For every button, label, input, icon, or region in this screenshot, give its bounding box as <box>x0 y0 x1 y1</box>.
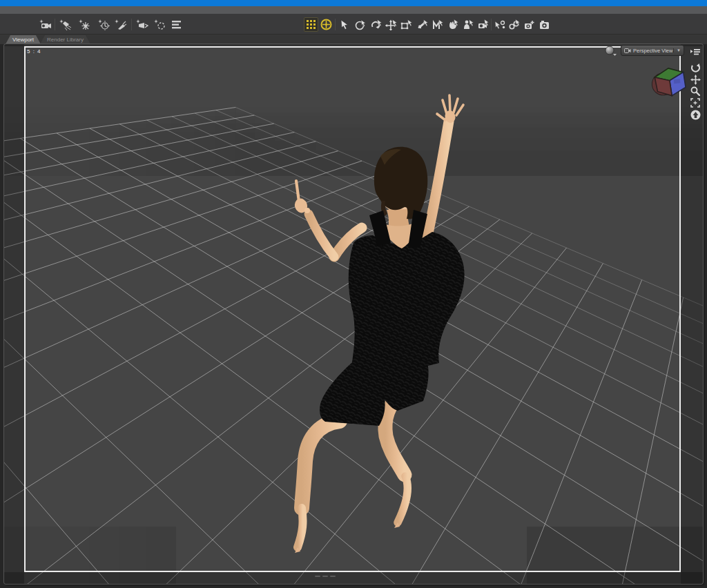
pane-tab-bar: Viewport Render Library <box>0 35 707 44</box>
tab-viewport-label: Viewport <box>12 37 34 43</box>
shaded-sphere-icon <box>606 46 614 55</box>
figure-pose-tool-icon[interactable] <box>461 17 475 32</box>
new-camera-view-icon[interactable] <box>135 17 150 32</box>
twist-rotate-tool-icon[interactable] <box>369 17 383 32</box>
joint-bone-tool-icon[interactable] <box>415 17 429 32</box>
camera-film-icon <box>624 48 631 54</box>
geometry-cursor-tool-icon[interactable] <box>492 17 507 32</box>
powerpose-grid-icon[interactable] <box>304 17 318 32</box>
drawstyle-button[interactable] <box>604 46 618 57</box>
tab-render-library-label: Render Library <box>47 37 84 43</box>
new-view-camera-plus-icon[interactable] <box>522 17 536 32</box>
translate-tool-icon[interactable] <box>384 17 398 32</box>
menu-strip <box>0 6 707 14</box>
aspect-margin-bottom <box>4 572 703 584</box>
reset-camera-icon[interactable] <box>688 108 702 121</box>
new-distant-light-icon[interactable] <box>97 17 111 32</box>
new-linear-point-light-icon[interactable] <box>113 17 128 32</box>
animate-m-tool-icon[interactable] <box>430 17 445 32</box>
toolbar-separator <box>491 19 492 30</box>
measure-link-tool-icon[interactable] <box>507 17 521 32</box>
aspect-margin-left <box>4 44 24 584</box>
orbit-camera-icon[interactable] <box>688 61 702 74</box>
camera-cursor-tool-icon[interactable] <box>476 17 490 32</box>
rotate-tool-icon[interactable] <box>353 17 367 32</box>
pan-camera-icon[interactable] <box>688 73 702 86</box>
view-cube[interactable] <box>649 62 688 102</box>
frame-view-icon[interactable] <box>688 97 702 109</box>
render-camera-icon[interactable] <box>537 17 552 32</box>
toolbar-separator <box>55 19 55 30</box>
view-selector-label: Perspective View <box>633 48 672 54</box>
universal-manipulator-icon[interactable] <box>319 17 333 32</box>
scale-tool-icon[interactable] <box>399 17 414 32</box>
scene-list-icon[interactable] <box>169 17 184 32</box>
main-toolbar <box>0 14 707 35</box>
pane-options-menu-icon[interactable] <box>688 46 702 59</box>
toolbar-separator <box>131 19 132 30</box>
new-null-node-icon[interactable] <box>153 17 167 32</box>
pane-splitter-grip[interactable] <box>311 574 340 578</box>
aspect-margin-right <box>681 44 703 584</box>
tab-render-library[interactable]: Render Library <box>40 35 90 44</box>
tab-viewport[interactable]: Viewport <box>6 35 41 44</box>
viewport-pane[interactable]: 5 : 4 Perspective View ▼ <box>4 44 703 584</box>
toolbar-separator <box>335 19 336 30</box>
new-camera-icon[interactable] <box>38 17 52 32</box>
window-titlebar[interactable] <box>0 0 707 6</box>
chevron-down-icon: ▼ <box>673 48 684 52</box>
aspect-ratio-label: 5 : 4 <box>27 48 41 55</box>
view-selector-dropdown[interactable]: Perspective View ▼ <box>621 45 684 56</box>
new-spotlight-icon[interactable] <box>58 17 72 32</box>
aspect-frame <box>24 46 681 572</box>
zoom-camera-icon[interactable] <box>688 85 702 97</box>
new-point-light-icon[interactable] <box>77 17 92 32</box>
chevron-down-icon <box>613 54 617 56</box>
node-selection-cursor-icon[interactable] <box>337 17 351 32</box>
surface-hand-tool-icon[interactable] <box>445 17 460 32</box>
